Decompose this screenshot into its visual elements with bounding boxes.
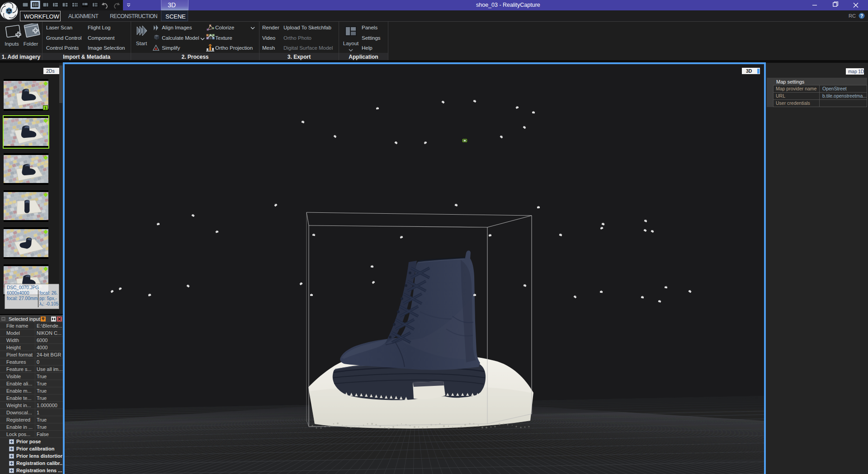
svg-text:?: ? [860,14,863,19]
